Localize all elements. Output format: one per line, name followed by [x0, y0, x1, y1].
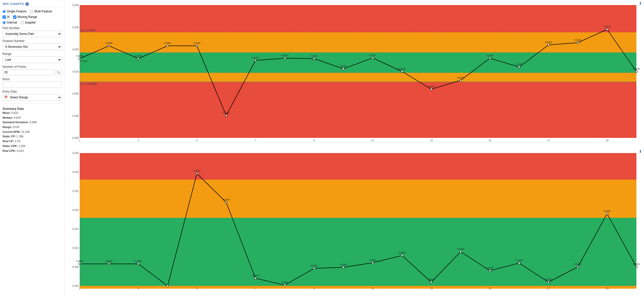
part-number-select[interactable]: Assembly Demo Part	[3, 31, 62, 37]
range-label: Range	[3, 52, 62, 56]
range-select[interactable]: Last	[3, 56, 62, 63]
summary-median: Median: 0.624	[3, 115, 62, 120]
range-field: Range Last	[3, 52, 62, 63]
mr-chart	[65, 148, 644, 296]
ix-chart-container: ⬇	[65, 0, 644, 148]
multi-feature-radio[interactable]	[30, 10, 33, 13]
entry-date-label: Entry Date	[3, 90, 62, 93]
mr-download-button[interactable]: ⬇	[639, 149, 642, 154]
num-points-row: 🔍	[3, 69, 62, 75]
supplier-radio[interactable]	[20, 21, 24, 24]
num-points-field: Number of Points 🔍	[3, 65, 62, 75]
title-text: SPC CHARTS	[3, 2, 24, 6]
multi-feature-label: Multi Feature	[34, 10, 52, 13]
search-button[interactable]: 🔍	[55, 70, 62, 75]
summary-static-cpk: Static CPK: 1.203	[3, 144, 62, 149]
chart-type-group: IX Moving Range	[3, 15, 62, 19]
internal-label: Internal	[7, 21, 17, 24]
runs-input[interactable]	[3, 82, 62, 88]
moving-range-checkbox-label[interactable]: Moving Range	[13, 15, 37, 19]
summary-std-dev: Standard Deviation: 0.008	[3, 120, 62, 125]
ix-checkbox[interactable]	[3, 15, 6, 19]
internal-radio[interactable]	[3, 21, 6, 24]
mode-radio-group: Single Feature Multi Feature	[3, 10, 62, 13]
part-number-field: Part Number Assembly Demo Part	[3, 26, 62, 37]
summary-section: Summary Data Mean: 0.622 Median: 0.624 S…	[3, 106, 62, 153]
main-content: ⬇ ⬇	[65, 0, 644, 296]
num-points-label: Number of Points	[3, 65, 62, 69]
select-range-select[interactable]: Select Range	[3, 94, 62, 101]
internal-option[interactable]: Internal	[3, 21, 17, 24]
summary-range: Range: 0.037	[3, 125, 62, 130]
ix-label: IX	[7, 15, 10, 19]
app-title: SPC CHARTS i	[3, 2, 62, 8]
divider	[3, 103, 62, 103]
select-range-wrapper: 📅 Select Range	[3, 94, 62, 101]
ix-chart	[65, 0, 644, 148]
ix-checkbox-label[interactable]: IX	[3, 15, 10, 19]
multi-feature-option[interactable]: Multi Feature	[30, 10, 52, 13]
single-feature-option[interactable]: Single Feature	[3, 10, 27, 13]
summary-mean: Mean: 0.622	[3, 111, 62, 115]
runs-label: Runs	[3, 77, 62, 81]
part-number-label: Part Number	[3, 26, 62, 30]
feature-number-select[interactable]: 6 Dimension 50x	[3, 44, 62, 50]
num-points-input[interactable]	[3, 69, 54, 75]
info-icon[interactable]: i	[25, 2, 29, 6]
moving-range-label: Moving Range	[17, 15, 37, 19]
ix-download-button[interactable]: ⬇	[639, 1, 642, 6]
single-feature-radio[interactable]	[3, 10, 6, 13]
runs-field: Runs	[3, 77, 62, 88]
summary-dpm: Current DPM: 31,250	[3, 130, 62, 134]
sidebar: SPC CHARTS i Single Feature Multi Featur…	[0, 0, 65, 296]
mr-chart-container: ⬇	[65, 148, 644, 296]
supplier-option[interactable]: Supplier	[20, 21, 36, 24]
supplier-label: Supplier	[25, 21, 36, 24]
feature-number-label: Feature Number	[3, 39, 62, 43]
summary-real-cpk: Real CPK: 0.615	[3, 149, 62, 153]
feature-number-field: Feature Number 6 Dimension 50x	[3, 39, 62, 50]
data-source-group: Internal Supplier	[3, 21, 62, 24]
entry-date-field: Entry Date 📅 Select Range	[3, 90, 62, 101]
single-feature-label: Single Feature	[7, 10, 27, 13]
moving-range-checkbox[interactable]	[13, 15, 16, 19]
summary-title: Summary Data	[3, 107, 62, 111]
summary-real-cp: Real CP: 0.79	[3, 139, 62, 144]
summary-static-cp: Static CP: 1.786	[3, 134, 62, 139]
